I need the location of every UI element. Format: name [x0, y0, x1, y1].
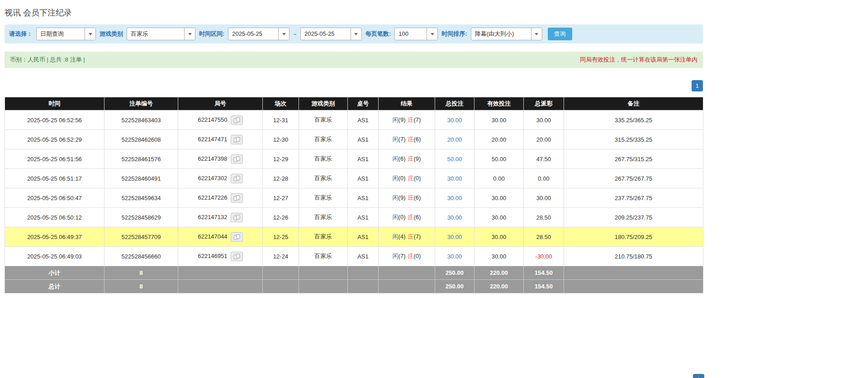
game-type: 百家乐 — [299, 247, 348, 266]
total-bet-link[interactable]: 50.00 — [447, 156, 462, 163]
summary-row: 总计8250.00220.00154.50 — [5, 280, 703, 293]
bet-id: 522528457709 — [104, 227, 178, 247]
round-cell: 622147132 — [178, 208, 263, 227]
summary-cell — [263, 266, 299, 280]
page-size-label: 每页笔数: — [365, 30, 391, 38]
payout: 20.00 — [524, 130, 564, 149]
chevron-down-icon[interactable] — [351, 28, 361, 40]
game-type-select[interactable]: 百家乐 — [127, 28, 195, 40]
player-result: 闲 — [393, 116, 398, 123]
player-score: (9) — [398, 194, 406, 201]
search-button[interactable]: 查询 — [548, 28, 572, 40]
game-type: 百家乐 — [299, 110, 348, 130]
player-score: (7) — [398, 253, 406, 259]
view-cards-button[interactable] — [231, 252, 243, 261]
total-bet-link[interactable]: 30.00 — [447, 195, 462, 201]
cards-icon — [233, 215, 240, 220]
column-header: 时间 — [5, 97, 104, 110]
view-cards-button[interactable] — [231, 232, 243, 242]
total-bet-cell: 50.00 — [435, 149, 474, 169]
summary-bar: 币别：人民币 | 总共 :8 注单 | 同局有效投注，统一计算在该局第一张注单内 — [5, 52, 703, 68]
bet-time: 2025-05-25 06:49:37 — [5, 227, 104, 247]
date-from-select[interactable]: 2025-05-25 — [228, 28, 289, 40]
table-row: 2025-05-25 06:51:17522528460491622147302… — [5, 169, 703, 188]
total-bet-link[interactable]: 30.00 — [447, 253, 462, 260]
chevron-down-icon[interactable] — [278, 28, 289, 40]
total-bet-link[interactable]: 30.00 — [447, 234, 462, 240]
round-number: 622147044 — [198, 233, 227, 239]
summary-cell: 250.00 — [435, 266, 474, 280]
sort-select[interactable]: 降幕(由大到小) — [471, 28, 542, 40]
table-row: 2025-05-25 06:51:56522528461576622147398… — [5, 149, 703, 169]
chevron-down-icon[interactable] — [531, 28, 542, 40]
result-cell: 闲(4)庄(7) — [379, 227, 435, 247]
session: 12-27 — [263, 188, 299, 208]
summary-cell: 8 — [104, 280, 178, 293]
valid-bet: 0.00 — [474, 169, 524, 188]
payout: 28.50 — [524, 208, 564, 227]
summary-cell — [379, 280, 435, 293]
view-cards-button[interactable] — [231, 174, 243, 183]
valid-bet: 30.00 — [474, 110, 524, 130]
summary-cell — [178, 266, 263, 280]
player-score: (0) — [398, 175, 406, 182]
query-type-select[interactable]: 日期查询 — [36, 28, 96, 40]
chevron-down-icon[interactable] — [427, 28, 437, 40]
date-range-tilde: ~ — [293, 31, 297, 38]
summary-label: 总计 — [5, 280, 104, 293]
note: 237.75/267.75 — [564, 188, 703, 208]
main-container: 视讯 会员下注纪录 请选择： 日期查询 游戏类别 百家乐 时间区间: 2025-… — [5, 0, 703, 293]
view-cards-button[interactable] — [231, 154, 243, 164]
bets-table: 时间注单编号局号场次游戏类别桌号结果总投注有效投注总派彩备注 2025-05-2… — [5, 97, 703, 293]
valid-bet: 30.00 — [474, 188, 524, 208]
total-bet-cell: 30.00 — [435, 227, 474, 247]
time-range-label: 时间区间: — [199, 30, 224, 38]
table-row: 2025-05-25 06:52:56522528463403622147550… — [5, 110, 703, 130]
banker-result: 庄 — [408, 194, 414, 201]
note: 335.25/365.25 — [564, 110, 703, 130]
table-no: AS1 — [348, 149, 379, 169]
bet-id: 522528461576 — [104, 149, 178, 169]
date-to-select[interactable]: 2025-05-25 — [300, 28, 362, 40]
round-number: 622147132 — [198, 213, 227, 220]
round-number: 622147550 — [198, 116, 227, 123]
chevron-down-icon[interactable] — [184, 28, 195, 40]
column-header: 注单编号 — [104, 97, 178, 110]
banker-score: (6) — [414, 214, 421, 220]
view-cards-button[interactable] — [231, 213, 243, 222]
summary-cell: 250.00 — [435, 280, 474, 293]
banker-score: (0) — [414, 175, 421, 182]
round-number: 622147398 — [198, 155, 227, 162]
view-cards-button[interactable] — [231, 135, 243, 144]
select-label: 请选择： — [9, 30, 33, 38]
chevron-down-icon[interactable] — [85, 28, 95, 40]
bet-id: 522528459634 — [104, 188, 178, 208]
banker-score: (9) — [414, 155, 421, 162]
page-size-select[interactable]: 100 — [394, 28, 438, 40]
player-score: (0) — [398, 214, 406, 220]
cards-icon — [233, 254, 240, 259]
total-bet-link[interactable]: 30.00 — [447, 117, 462, 124]
summary-cell — [178, 280, 263, 293]
player-score: (7) — [398, 136, 406, 143]
valid-bet: 20.00 — [474, 130, 524, 149]
game-type: 百家乐 — [299, 130, 348, 149]
banker-result: 庄 — [408, 116, 414, 123]
view-cards-button[interactable] — [231, 115, 243, 125]
round-number: 622147471 — [198, 135, 227, 142]
result-cell: 闲(9)庄(7) — [379, 110, 435, 130]
player-result: 闲 — [393, 214, 398, 220]
page-1-button[interactable]: 1 — [693, 374, 704, 378]
round-number: 622147302 — [198, 174, 227, 181]
table-row: 2025-05-25 06:52:29522528462608622147471… — [5, 130, 703, 149]
total-bet-link[interactable]: 20.00 — [447, 136, 462, 143]
banker-result: 庄 — [408, 155, 414, 162]
page-1-button[interactable]: 1 — [692, 80, 703, 91]
summary-cell — [348, 266, 379, 280]
table-body: 2025-05-25 06:52:56522528463403622147550… — [5, 110, 703, 266]
total-bet-link[interactable]: 30.00 — [447, 214, 462, 221]
total-bet-link[interactable]: 30.00 — [447, 175, 462, 182]
summary-cell — [564, 280, 703, 293]
table-row: 2025-05-25 06:50:12522528458629622147132… — [5, 208, 703, 227]
view-cards-button[interactable] — [231, 193, 243, 203]
